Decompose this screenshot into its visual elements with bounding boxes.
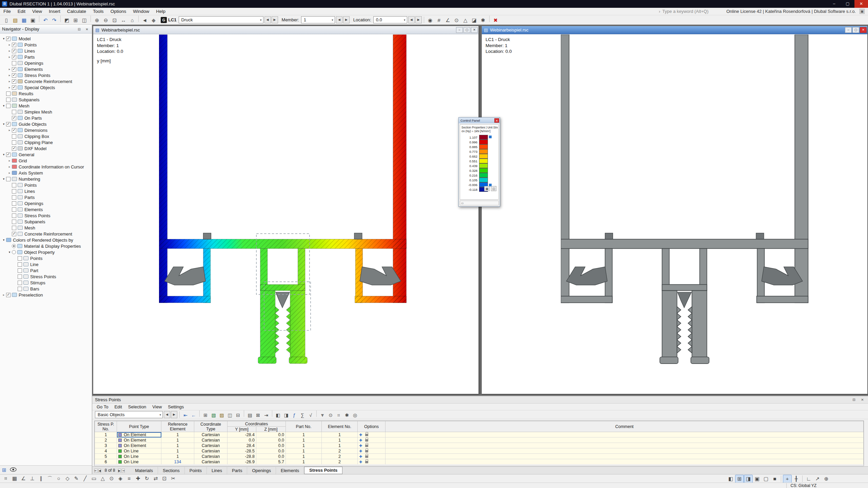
- lock-icon[interactable]: [365, 439, 368, 442]
- checkbox[interactable]: [12, 73, 16, 78]
- mirror-tool-icon[interactable]: ⇄: [151, 474, 160, 483]
- checkbox[interactable]: [6, 152, 11, 157]
- cell-y[interactable]: -28.8: [228, 454, 256, 459]
- tab-elements[interactable]: Elements: [276, 467, 304, 474]
- angle-snap-icon[interactable]: ∠: [19, 474, 28, 483]
- axes-icon[interactable]: ↗: [813, 475, 822, 483]
- minimize-icon[interactable]: –: [845, 27, 852, 33]
- close-icon[interactable]: ✕: [494, 118, 499, 123]
- menu-edit[interactable]: Edit: [14, 9, 29, 14]
- nav-item-model[interactable]: ▾Model: [0, 36, 92, 42]
- checkbox[interactable]: [6, 104, 11, 108]
- eye-icon[interactable]: [10, 467, 17, 473]
- member-prev-button[interactable]: ◀: [336, 16, 342, 23]
- location-select[interactable]: 0.0 ▾: [373, 16, 407, 23]
- print-icon[interactable]: ▣: [28, 16, 37, 24]
- window-minimize-button[interactable]: –: [827, 0, 841, 8]
- cell-coordinate-type[interactable]: Cartesian: [194, 438, 228, 443]
- viewport-stress-header[interactable]: ▤ Webinarbeispiel.rsc – ▢ ✕: [93, 26, 478, 34]
- cell-z[interactable]: 0.0: [256, 443, 286, 448]
- circle-icon[interactable]: ○: [54, 474, 63, 483]
- new-file-icon[interactable]: ▯: [2, 16, 11, 24]
- checkbox[interactable]: [18, 256, 22, 261]
- cell-part-no[interactable]: 1: [286, 454, 322, 459]
- cell-no[interactable]: 2: [95, 438, 117, 443]
- nav-item-mesh[interactable]: Mesh: [0, 225, 92, 231]
- open-file-icon[interactable]: ▧: [11, 16, 20, 24]
- snap-toggle-icon[interactable]: +: [783, 475, 792, 483]
- menu-file[interactable]: File: [0, 9, 14, 14]
- checkbox[interactable]: [12, 61, 16, 65]
- cell-z[interactable]: 0.0: [256, 432, 286, 438]
- viewport-section[interactable]: ▤ Webinarbeispiel.rsc – ▢ ✕ LC1 - DruckM…: [481, 26, 868, 394]
- cell-z[interactable]: 0.0: [256, 448, 286, 454]
- expander-icon[interactable]: ▾: [1, 238, 6, 242]
- move-point-icon[interactable]: ✚: [359, 433, 362, 437]
- sqrt-icon[interactable]: √: [307, 411, 315, 419]
- checkbox[interactable]: [12, 67, 16, 72]
- col-header-options[interactable]: Options: [358, 421, 386, 432]
- cell-element-no[interactable]: 2: [322, 459, 358, 465]
- tab-openings[interactable]: Openings: [247, 467, 276, 474]
- menu-window[interactable]: Window: [130, 9, 153, 14]
- location-next-button[interactable]: ▶: [415, 16, 422, 23]
- checkbox[interactable]: [6, 177, 11, 181]
- cell-element-no[interactable]: 1: [322, 432, 358, 438]
- member-next-button[interactable]: ▶: [343, 16, 350, 23]
- cell-reference-element[interactable]: 1: [161, 443, 194, 448]
- cell-comment[interactable]: [386, 454, 864, 459]
- expander-icon[interactable]: ▸: [7, 67, 12, 71]
- cell-element-no[interactable]: 1: [322, 443, 358, 448]
- solid-icon[interactable]: ■: [770, 475, 779, 483]
- cell-options[interactable]: ✚: [358, 432, 386, 438]
- checkbox[interactable]: [12, 134, 16, 139]
- cell-reference-element[interactable]: 1: [161, 432, 194, 438]
- nav-item-elements[interactable]: Elements: [0, 206, 92, 212]
- cell-no[interactable]: 4: [95, 448, 117, 454]
- nav-item-clipping-plane[interactable]: Clipping Plane: [0, 139, 92, 145]
- member-select[interactable]: 1 ▾: [301, 16, 335, 23]
- checkbox[interactable]: [12, 195, 16, 200]
- nav-item-line[interactable]: Line: [0, 261, 92, 267]
- cell-comment[interactable]: [386, 438, 864, 443]
- checkbox[interactable]: [12, 110, 16, 114]
- checkbox[interactable]: [12, 183, 16, 187]
- table-row[interactable]: 4On Line1Cartesian-28.50.012✚: [95, 448, 864, 454]
- zoom-in-icon[interactable]: ⊕: [93, 16, 101, 24]
- checkbox[interactable]: [12, 116, 16, 120]
- category-prev-button[interactable]: ◀: [164, 411, 170, 418]
- cell-y[interactable]: 0.0: [228, 438, 256, 443]
- jump-to-icon[interactable]: ⇥: [262, 411, 270, 419]
- checkbox[interactable]: [12, 146, 16, 151]
- object-snap-icon[interactable]: ◈: [116, 474, 125, 483]
- checkbox[interactable]: [12, 128, 16, 133]
- navigator-icon[interactable]: ◩: [62, 16, 71, 24]
- cell-comment[interactable]: [386, 459, 864, 465]
- select-rows-icon[interactable]: ▤: [246, 411, 254, 419]
- cell-y[interactable]: -28.5: [228, 448, 256, 454]
- cell-comment[interactable]: [386, 448, 864, 454]
- control-panel[interactable]: Control Panel ✕ Section Properties | Uni…: [458, 117, 500, 207]
- table-row[interactable]: 2On Element1Cartesian0.00.011✚: [95, 438, 864, 443]
- import-icon[interactable]: ▨: [218, 411, 226, 419]
- minimize-icon[interactable]: –: [456, 27, 463, 33]
- radio-button[interactable]: [12, 250, 16, 254]
- viewport-section-canvas[interactable]: LC1 - DruckMember: 1Location: 0.0: [482, 35, 867, 393]
- checkbox[interactable]: [18, 268, 22, 273]
- expander-icon[interactable]: ▸: [7, 171, 12, 175]
- cell-y[interactable]: -26.9: [228, 459, 256, 465]
- cell-point-type[interactable]: On Element: [117, 432, 161, 438]
- checkbox[interactable]: [12, 214, 16, 218]
- tab-parts[interactable]: Parts: [227, 467, 247, 474]
- nav-item-elements[interactable]: ▸Elements: [0, 66, 92, 72]
- menu-go-to[interactable]: Go To: [94, 403, 111, 410]
- col-header-no[interactable]: Stress P. No.: [95, 421, 117, 432]
- lock-icon[interactable]: [365, 455, 368, 458]
- settings-icon[interactable]: ✱: [343, 411, 351, 419]
- cell-z[interactable]: 5.7: [256, 459, 286, 465]
- col-header-point-type[interactable]: Point Type: [117, 421, 161, 432]
- nav-item-stress-points[interactable]: ▸Stress Points: [0, 72, 92, 78]
- grid-icon[interactable]: ▦: [10, 474, 19, 483]
- nav-item-part[interactable]: Part: [0, 267, 92, 273]
- nav-item-stress-points[interactable]: Stress Points: [0, 212, 92, 219]
